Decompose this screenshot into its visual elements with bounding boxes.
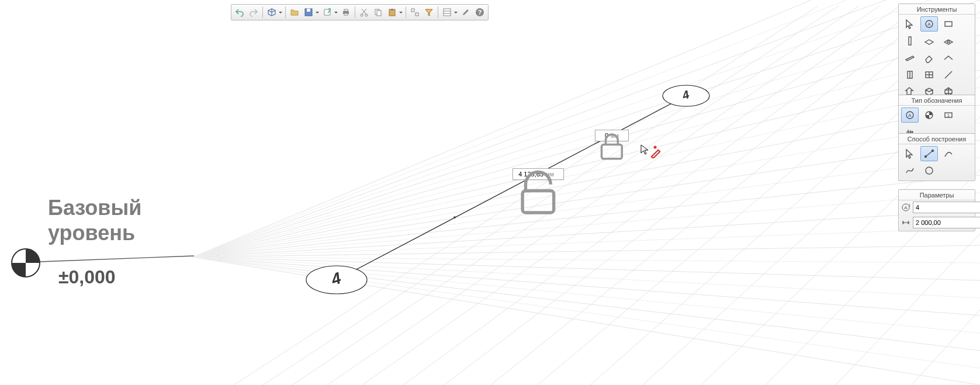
svg-rect-75: [947, 41, 950, 43]
svg-rect-66: [444, 9, 451, 16]
export-dropdown[interactable]: [334, 6, 338, 19]
cut-button[interactable]: [358, 6, 370, 19]
svg-point-94: [926, 167, 933, 174]
layers-dropdown[interactable]: [453, 6, 458, 19]
svg-point-92: [925, 156, 927, 158]
dimension-length-input[interactable]: мм: [512, 168, 564, 180]
base-level-label: Базовый уровень: [48, 195, 141, 245]
svg-rect-64: [411, 9, 414, 12]
slab-tool[interactable]: [920, 33, 938, 48]
svg-rect-61: [377, 11, 381, 16]
copy-button[interactable]: [372, 6, 385, 19]
undo-button[interactable]: [233, 6, 246, 19]
slab-opening-tool[interactable]: [940, 33, 957, 48]
line-tool[interactable]: [940, 67, 957, 82]
svg-point-93: [932, 150, 934, 152]
marker-target[interactable]: [920, 107, 938, 123]
select-tool[interactable]: [901, 16, 919, 32]
svg-rect-65: [415, 13, 418, 16]
draw-spline[interactable]: [901, 163, 919, 178]
svg-line-17: [193, 53, 980, 257]
svg-rect-63: [391, 9, 393, 11]
filter-button[interactable]: [423, 6, 435, 19]
paste-dropdown[interactable]: [399, 6, 403, 19]
lock-open-icon[interactable]: [555, 171, 562, 178]
marker-rectangle-number[interactable]: 1: [940, 107, 957, 123]
open-button[interactable]: [288, 6, 301, 19]
svg-rect-73: [945, 22, 952, 26]
svg-line-2: [193, 0, 980, 257]
axis-spacing-icon: [901, 217, 910, 228]
svg-point-50: [654, 146, 657, 149]
rectangle-tool[interactable]: [940, 16, 957, 32]
svg-line-29: [292, 6, 859, 385]
dimension-offset-input[interactable]: мм: [595, 130, 629, 141]
viewport-3d[interactable]: 4 4 Базовый уровень ±0,000 мм мм: [0, 0, 980, 385]
svg-line-41: [912, 310, 980, 385]
axis-spacing-input[interactable]: [913, 217, 980, 228]
base-level-elevation: ±0,000: [58, 266, 116, 288]
svg-line-3: [193, 35, 980, 257]
column-tool[interactable]: [901, 33, 919, 48]
svg-line-23: [193, 257, 980, 263]
draw-point[interactable]: [901, 146, 919, 161]
roof-tool[interactable]: [940, 50, 957, 65]
align-button[interactable]: [408, 6, 421, 19]
svg-text:A: A: [927, 22, 931, 27]
svg-line-16: [193, 18, 980, 257]
svg-rect-57: [344, 13, 348, 15]
svg-line-8: [193, 210, 980, 257]
svg-rect-54: [307, 9, 310, 12]
svg-rect-52: [601, 144, 622, 158]
paste-button[interactable]: [386, 6, 399, 19]
svg-text:A: A: [904, 205, 908, 210]
draw-segment[interactable]: [920, 146, 938, 161]
draw-mode-panel: Способ построения: [898, 133, 975, 181]
layers-button[interactable]: [441, 6, 453, 19]
help-button[interactable]: ?: [473, 6, 486, 19]
print-button[interactable]: [340, 6, 352, 19]
svg-line-5: [193, 105, 980, 257]
svg-line-91: [926, 151, 933, 157]
svg-line-30: [327, 6, 879, 385]
svg-rect-74: [909, 37, 911, 45]
draw-mode-title: Способ построения: [899, 134, 975, 144]
axis-number-input[interactable]: [913, 202, 980, 213]
tools-panel-title: Инструменты: [899, 4, 975, 15]
door-tool[interactable]: [901, 67, 919, 82]
svg-rect-51: [522, 191, 554, 213]
axis-number-icon: A1: [901, 202, 910, 213]
redo-button[interactable]: [247, 6, 260, 19]
marker-type-title: Тип обозначения: [899, 95, 975, 106]
svg-text:1: 1: [947, 113, 950, 118]
svg-line-32: [403, 6, 920, 385]
svg-rect-56: [344, 9, 348, 11]
parameters-panel: Параметры A1 мм: [898, 189, 975, 231]
parameters-title: Параметры: [899, 190, 975, 200]
svg-point-49: [453, 216, 456, 218]
save-button[interactable]: [302, 6, 315, 19]
views-dropdown[interactable]: [278, 6, 283, 19]
eraser-tool[interactable]: [920, 50, 938, 65]
window-tool[interactable]: [920, 67, 938, 82]
svg-line-6: [193, 140, 980, 257]
lock-closed-icon[interactable]: [620, 132, 627, 139]
marker-circle-letter[interactable]: A: [901, 107, 919, 123]
svg-line-81: [945, 71, 952, 78]
svg-line-19: [193, 123, 980, 257]
views-button[interactable]: [265, 6, 278, 19]
svg-text:1: 1: [909, 203, 910, 207]
draw-circle[interactable]: [920, 163, 938, 178]
svg-line-42: [40, 256, 194, 262]
svg-text:A: A: [908, 113, 912, 118]
save-dropdown[interactable]: [315, 6, 320, 19]
svg-line-4: [193, 70, 980, 257]
svg-text:?: ?: [478, 9, 482, 16]
svg-line-12: [193, 257, 980, 351]
axis-tool[interactable]: A: [920, 16, 938, 32]
beam-tool[interactable]: [901, 50, 919, 65]
base-level-marker: [12, 249, 40, 277]
settings-button[interactable]: [459, 6, 472, 19]
export-button[interactable]: [321, 6, 334, 19]
draw-arc[interactable]: [940, 146, 957, 161]
